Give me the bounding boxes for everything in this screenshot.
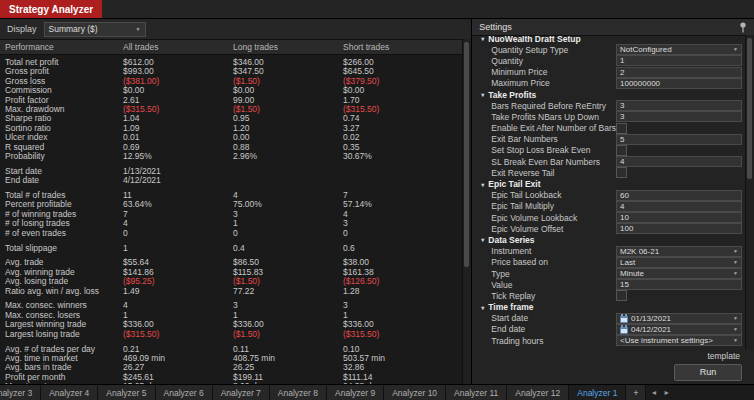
- collapse-triangle-icon[interactable]: ▾: [477, 181, 488, 188]
- metric-value: ($1.50): [233, 105, 343, 114]
- metric-value: 0: [123, 229, 233, 238]
- value-input[interactable]: 10: [616, 212, 742, 223]
- tab-analyzer-12[interactable]: Analyzer 12: [507, 385, 569, 400]
- display-dropdown[interactable]: Summary ($) ▼: [44, 22, 146, 37]
- table-row[interactable]: Ulcer index0.010.000.02: [0, 133, 463, 142]
- settings-section-data-series[interactable]: ▾Data Series: [477, 234, 742, 245]
- value-input[interactable]: 60: [616, 190, 742, 201]
- settings-section-epic-tail-exit[interactable]: ▾Epic Tail Exit: [477, 178, 742, 189]
- tab-analyzer-4[interactable]: Analyzer 4: [41, 385, 98, 400]
- value-input[interactable]: 15: [616, 279, 742, 290]
- settings-header: Settings: [472, 19, 754, 36]
- value-input[interactable]: 100000000: [616, 78, 742, 89]
- table-row[interactable]: Sortino ratio1.091.203.27: [0, 124, 463, 133]
- table-row[interactable]: Gross loss($381.00)($1.50)($379.50): [0, 77, 463, 86]
- checkbox[interactable]: [616, 290, 627, 301]
- results-scrollbar[interactable]: [462, 39, 471, 385]
- combo-dropdown[interactable]: M2K 06-21▼: [616, 246, 742, 257]
- table-row[interactable]: Avg. bars in trade26.2726.2532.86: [0, 363, 463, 372]
- value-text: Minute: [620, 269, 731, 278]
- table-row[interactable]: # of even trades000: [0, 229, 463, 238]
- table-row[interactable]: Percent profitable63.64%75.00%57.14%: [0, 200, 463, 209]
- table-row[interactable]: Total slippage10.40.6: [0, 244, 463, 253]
- tab-analyzer-11[interactable]: Analyzer 11: [446, 385, 507, 400]
- table-row[interactable]: Probability12.95%2.96%30.67%: [0, 152, 463, 161]
- table-row[interactable]: Total # of trades1147: [0, 191, 463, 200]
- checkbox[interactable]: [616, 167, 627, 178]
- combo-dropdown[interactable]: NotConfigured▼: [616, 44, 742, 55]
- scroll-tabs-right-icon[interactable]: ►: [663, 389, 670, 396]
- table-row[interactable]: Max. consec. winners433: [0, 301, 463, 310]
- tab-analyzer-1[interactable]: Analyzer 1: [569, 385, 626, 400]
- metric-value: ($315.50): [343, 330, 463, 339]
- value-input[interactable]: 100: [616, 223, 742, 234]
- table-row[interactable]: Largest losing trade($315.50)($1.50)($31…: [0, 330, 463, 339]
- collapse-triangle-icon[interactable]: ▾: [477, 91, 488, 98]
- settings-section-take-profits[interactable]: ▾Take Profits: [477, 89, 742, 100]
- combo-dropdown[interactable]: Last▼: [616, 257, 742, 268]
- table-row[interactable]: Max. drawdown($315.50)($1.50)($315.50): [0, 105, 463, 114]
- add-tab-button[interactable]: +: [626, 385, 646, 400]
- checkbox[interactable]: [616, 123, 627, 134]
- table-row[interactable]: Gross profit$993.00$347.50$645.50: [0, 67, 463, 76]
- table-row[interactable]: # of winning trades734: [0, 210, 463, 219]
- table-row[interactable]: Avg. trade$55.64$86.50$38.00: [0, 258, 463, 267]
- value-input[interactable]: 2: [616, 67, 742, 78]
- setting-control: 10: [616, 212, 742, 223]
- value-input[interactable]: 3: [616, 100, 742, 111]
- dropdown-arrow-icon: ▼: [733, 325, 738, 334]
- table-row[interactable]: Avg. winning trade$141.86$115.83$161.38: [0, 268, 463, 277]
- table-row[interactable]: Avg. time in market469.09 min408.75 min5…: [0, 354, 463, 363]
- value-input[interactable]: 4: [616, 201, 742, 212]
- checkbox[interactable]: [616, 145, 627, 156]
- scrollbar-thumb[interactable]: [464, 42, 469, 267]
- table-row[interactable]: Profit per month$245.61$199.11$111.14: [0, 373, 463, 382]
- tab-analyzer-6[interactable]: Analyzer 6: [156, 385, 213, 400]
- column-header-all-trades[interactable]: All trades: [123, 42, 233, 52]
- table-row[interactable]: Max. consec. losers111: [0, 311, 463, 320]
- settings-scrollbar[interactable]: [745, 35, 754, 349]
- value-input[interactable]: 4: [616, 156, 742, 167]
- table-row[interactable]: End date4/12/2021: [0, 176, 463, 185]
- value-text: 4: [620, 157, 738, 166]
- column-header-long-trades[interactable]: Long trades: [233, 42, 343, 52]
- table-row[interactable]: Commission$0.00$0.00$0.00: [0, 86, 463, 95]
- metric-value: 75.00%: [233, 200, 343, 209]
- table-row[interactable]: Avg. # of trades per day0.210.110.10: [0, 345, 463, 354]
- value-input[interactable]: 1: [616, 55, 742, 66]
- collapse-triangle-icon[interactable]: ▾: [477, 36, 488, 42]
- table-row[interactable]: Avg. losing trade($95.25)($1.50)($126.50…: [0, 277, 463, 286]
- tab-analyzer-9[interactable]: Analyzer 9: [327, 385, 384, 400]
- settings-section-time-frame[interactable]: ▾Time frame: [477, 302, 742, 313]
- tab-analyzer-3[interactable]: Analyzer 3: [0, 385, 41, 400]
- date-dropdown[interactable]: 04/12/2021▼: [616, 324, 742, 335]
- metric-value: 4: [343, 210, 463, 219]
- value-input[interactable]: 5: [616, 134, 742, 145]
- settings-section-nuowealth-draft-setup[interactable]: ▾NuoWealth Draft Setup: [477, 36, 742, 44]
- table-row[interactable]: Start date1/13/2021: [0, 167, 463, 176]
- pin-icon[interactable]: [739, 22, 747, 33]
- run-button[interactable]: Run: [674, 364, 742, 381]
- value-input[interactable]: 3: [616, 111, 742, 122]
- collapse-triangle-icon[interactable]: ▾: [477, 236, 488, 243]
- tab-analyzer-10[interactable]: Analyzer 10: [384, 385, 446, 400]
- scrollbar-thumb[interactable]: [747, 38, 752, 179]
- scroll-tabs-left-icon[interactable]: ◄: [650, 389, 657, 396]
- table-row[interactable]: Ratio avg. win / avg. loss1.4977.221.28: [0, 287, 463, 296]
- table-row[interactable]: Sharpe ratio1.040.950.74: [0, 114, 463, 123]
- table-row[interactable]: Total net profit$612.00$346.00$266.00: [0, 58, 463, 67]
- date-dropdown[interactable]: 01/13/2021▼: [616, 313, 742, 324]
- table-row[interactable]: R squared0.690.880.35: [0, 143, 463, 152]
- tab-analyzer-7[interactable]: Analyzer 7: [213, 385, 270, 400]
- column-header-short-trades[interactable]: Short trades: [343, 42, 471, 52]
- combo-dropdown[interactable]: Minute▼: [616, 268, 742, 279]
- table-row[interactable]: Profit factor2.6199.001.70: [0, 96, 463, 105]
- template-link[interactable]: template: [707, 351, 740, 361]
- tab-analyzer-8[interactable]: Analyzer 8: [270, 385, 327, 400]
- column-header-performance[interactable]: Performance: [0, 42, 123, 52]
- table-row[interactable]: # of losing trades413: [0, 219, 463, 228]
- table-row[interactable]: Largest winning trade$336.00$336.00$336.…: [0, 320, 463, 329]
- combo-dropdown[interactable]: <Use instrument settings>▼: [616, 335, 742, 346]
- tab-analyzer-5[interactable]: Analyzer 5: [98, 385, 155, 400]
- collapse-triangle-icon[interactable]: ▾: [477, 304, 488, 311]
